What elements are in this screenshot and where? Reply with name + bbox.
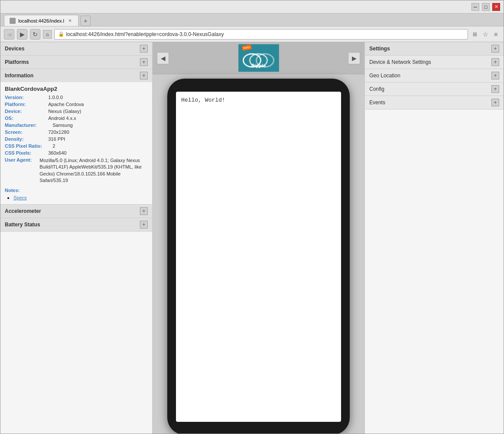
user-agent-row: User Agent: Mozilla/5.0 (Linux; Android … (5, 157, 148, 184)
css-pixel-ratio-label: CSS Pixel Ratio: (5, 143, 53, 149)
new-tab-button[interactable]: + (80, 16, 91, 26)
settings-title: Settings (369, 46, 390, 52)
geo-location-section: Geo Location + (365, 69, 504, 83)
platforms-header[interactable]: Platforms + (0, 56, 152, 69)
phone-screen: Hello, World! (176, 92, 341, 422)
notes-section: Notes: Specs (5, 188, 148, 201)
settings-expand-button[interactable]: + (491, 45, 499, 53)
geo-location-title: Geo Location (369, 73, 400, 79)
right-nav-arrow[interactable]: ▶ (348, 52, 360, 64)
information-title: Information (5, 73, 33, 79)
manufacturer-label: Manufacturer: (5, 123, 53, 128)
css-pixel-ratio-value: 2 (53, 143, 55, 149)
ripple-header: ◀ beta Ripple (153, 42, 365, 74)
battery-status-expand-button[interactable]: + (140, 221, 148, 229)
battery-status-section: Battery Status + (0, 218, 152, 232)
bookmark-icon[interactable]: ☆ (481, 30, 490, 39)
browser-tab[interactable]: localhost:4426/index.l ✕ (4, 15, 79, 26)
platform-value: Apache Cordova (48, 102, 84, 107)
css-pixels-label: CSS Pixels: (5, 150, 48, 156)
right-panel: Settings + Device & Network Settings + G… (365, 42, 504, 434)
device-network-header[interactable]: Device & Network Settings + (365, 56, 504, 69)
home-button[interactable]: ⌂ (43, 30, 52, 39)
back-button[interactable]: ◀ (4, 29, 14, 40)
tab-favicon (10, 18, 16, 24)
information-content: BlankCordovaApp2 Version: 1.0.0.0 Platfo… (0, 82, 152, 204)
config-title: Config (369, 86, 385, 92)
accelerometer-header[interactable]: Accelerometer + (0, 205, 152, 218)
devices-expand-button[interactable]: + (140, 45, 148, 53)
platforms-expand-button[interactable]: + (140, 58, 148, 66)
close-button[interactable]: ✕ (492, 3, 500, 11)
devices-header[interactable]: Devices + (0, 42, 152, 55)
config-header[interactable]: Config + (365, 83, 504, 96)
ripple-logo: beta Ripple (238, 44, 279, 72)
ripple-logo-image: beta Ripple (238, 44, 279, 72)
refresh-button[interactable]: ↻ (30, 29, 40, 40)
geo-location-expand-button[interactable]: + (491, 72, 499, 80)
phone-content: Hello, World! (176, 92, 341, 109)
hello-world-text: Hello, World! (181, 97, 225, 103)
density-label: Density: (5, 136, 48, 142)
refresh-icon: ↻ (33, 31, 38, 38)
platforms-section: Platforms + (0, 56, 152, 69)
information-header[interactable]: Information + (0, 69, 152, 82)
specs-link[interactable]: Specs (13, 195, 27, 200)
config-section: Config + (365, 83, 504, 96)
events-header[interactable]: Events + (365, 96, 504, 109)
menu-icon[interactable]: ≡ (491, 30, 500, 39)
platforms-title: Platforms (5, 59, 29, 65)
left-panel: Devices + Platforms + Information + Blan… (0, 42, 153, 434)
maximize-button[interactable]: □ (482, 3, 490, 11)
phone-device: Hello, World! (167, 79, 350, 434)
address-bar[interactable]: 🔒 localhost:4426/index.html?enableripple… (54, 29, 468, 40)
notes-label: Notes: (5, 188, 148, 193)
tab-title: localhost:4426/index.l (18, 18, 64, 23)
app-name: BlankCordovaApp2 (5, 86, 148, 92)
geo-location-header[interactable]: Geo Location + (365, 69, 504, 82)
forward-icon: ▶ (20, 31, 25, 38)
left-nav-arrow[interactable]: ◀ (157, 52, 169, 64)
forward-button[interactable]: ▶ (17, 29, 27, 40)
version-row: Version: 1.0.0.0 (5, 95, 148, 100)
device-label: Device: (5, 109, 48, 114)
device-network-section: Device & Network Settings + (365, 56, 504, 69)
settings-header[interactable]: Settings + (365, 42, 504, 56)
svg-text:Ripple: Ripple (251, 63, 266, 68)
screen-label: Screen: (5, 129, 48, 135)
device-value: Nexus (Galaxy) (48, 109, 81, 114)
devices-title: Devices (5, 46, 24, 52)
accelerometer-section: Accelerometer + (0, 205, 152, 218)
ripple-logo-svg: Ripple (241, 47, 276, 69)
density-row: Density: 316 PPI (5, 136, 148, 142)
density-value: 316 PPI (48, 136, 65, 142)
back-icon: ◀ (7, 31, 12, 38)
url-text: localhost:4426/index.html?enableripple=c… (66, 31, 464, 37)
information-expand-button[interactable]: + (140, 72, 148, 80)
user-agent-label: User Agent: (5, 157, 40, 162)
version-value: 1.0.0.0 (48, 95, 63, 100)
information-section: Information + BlankCordovaApp2 Version: … (0, 69, 152, 205)
os-value: Android 4.x.x (48, 116, 76, 121)
config-expand-button[interactable]: + (491, 85, 499, 93)
reader-mode-icon[interactable]: ⊞ (471, 30, 479, 39)
tab-close-icon[interactable]: ✕ (67, 18, 73, 24)
center-area: ◀ beta Ripple (153, 42, 365, 434)
events-section: Events + (365, 96, 504, 109)
main-content: Devices + Platforms + Information + Blan… (0, 42, 504, 434)
os-row: OS: Android 4.x.x (5, 116, 148, 121)
minimize-button[interactable]: ─ (471, 3, 479, 11)
manufacturer-value: Samsung (53, 123, 73, 128)
version-label: Version: (5, 95, 48, 100)
device-network-expand-button[interactable]: + (491, 58, 499, 66)
battery-status-header[interactable]: Battery Status + (0, 218, 152, 231)
lock-icon: 🔒 (58, 31, 64, 37)
accelerometer-expand-button[interactable]: + (140, 207, 148, 215)
platform-label: Platform: (5, 102, 48, 107)
screen-value: 720x1280 (48, 129, 69, 135)
events-expand-button[interactable]: + (491, 99, 499, 106)
nav-bar: ◀ ▶ ↻ ⌂ 🔒 localhost:4426/index.html?enab… (0, 27, 504, 42)
home-icon: ⌂ (46, 32, 49, 37)
manufacturer-row: Manufacturer: Samsung (5, 123, 148, 128)
os-label: OS: (5, 116, 48, 121)
